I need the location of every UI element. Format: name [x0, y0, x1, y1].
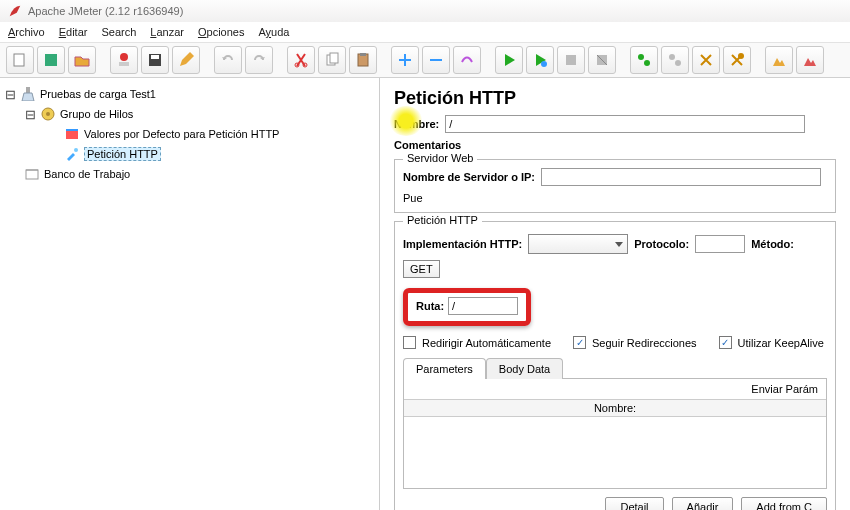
- start-no-timers-icon[interactable]: [526, 46, 554, 74]
- chevron-down-icon: [615, 242, 623, 247]
- menu-opciones[interactable]: Opciones: [198, 26, 244, 38]
- svg-rect-20: [26, 87, 30, 93]
- svg-point-19: [738, 53, 744, 59]
- open-icon[interactable]: [68, 46, 96, 74]
- menu-ayuda[interactable]: Ayuda: [258, 26, 289, 38]
- tree-workbench[interactable]: Banco de Trabajo: [4, 164, 375, 184]
- svg-point-17: [669, 54, 675, 60]
- jmeter-icon: [8, 4, 22, 18]
- remote-start-icon[interactable]: [630, 46, 658, 74]
- menubar: Archivo Editar Search Lanzar Opciones Ay…: [0, 22, 850, 42]
- servidor-web-title: Servidor Web: [403, 152, 477, 164]
- impl-combo[interactable]: [528, 234, 628, 254]
- toolbar: [0, 42, 850, 78]
- toggle-icon[interactable]: [453, 46, 481, 74]
- ruta-input[interactable]: [448, 297, 518, 315]
- servidor-label: Nombre de Servidor o IP:: [403, 171, 535, 183]
- copy-icon[interactable]: [318, 46, 346, 74]
- toggle-icon[interactable]: ⊟: [24, 107, 36, 122]
- http-request-panel: Petición HTTP Nombre: Comentarios Servid…: [380, 78, 850, 510]
- stop-icon[interactable]: [557, 46, 585, 74]
- svg-rect-23: [66, 131, 78, 139]
- cb-auto-label: Redirigir Automáticamente: [422, 337, 551, 349]
- window-title: Apache JMeter (2.12 r1636949): [28, 5, 183, 17]
- tree-http-defaults[interactable]: Valores por Defecto para Petición HTTP: [4, 124, 375, 144]
- svg-rect-9: [330, 53, 338, 63]
- svg-point-22: [46, 112, 50, 116]
- svg-point-15: [638, 54, 644, 60]
- tree-http-request[interactable]: Petición HTTP: [4, 144, 375, 164]
- parameters-area: Enviar Parám Nombre:: [403, 379, 827, 489]
- protocolo-label: Protocolo:: [634, 238, 689, 250]
- new-icon[interactable]: [6, 46, 34, 74]
- menu-editar[interactable]: Editar: [59, 26, 88, 38]
- clear-all-icon[interactable]: [723, 46, 751, 74]
- svg-point-25: [74, 148, 78, 152]
- svg-point-2: [120, 53, 128, 61]
- svg-point-16: [644, 60, 650, 66]
- impl-label: Implementación HTTP:: [403, 238, 522, 250]
- cut-icon[interactable]: [287, 46, 315, 74]
- cb-keepalive[interactable]: [719, 336, 732, 349]
- panel-title: Petición HTTP: [394, 88, 836, 109]
- metodo-value[interactable]: GET: [403, 260, 440, 278]
- svg-rect-13: [566, 55, 576, 65]
- peticion-http-group: Petición HTTP Implementación HTTP: Proto…: [394, 221, 836, 510]
- peticion-http-title: Petición HTTP: [403, 214, 482, 226]
- menu-lanzar[interactable]: Lanzar: [150, 26, 184, 38]
- svg-rect-5: [151, 55, 159, 59]
- add-button[interactable]: Añadir: [672, 497, 734, 510]
- workbench-icon: [24, 166, 40, 182]
- servidor-web-group: Servidor Web Nombre de Servidor o IP: Pu…: [394, 159, 836, 213]
- svg-rect-1: [45, 54, 57, 66]
- expand-icon[interactable]: [391, 46, 419, 74]
- cb-follow-label: Seguir Redirecciones: [592, 337, 697, 349]
- tree-threadgroup[interactable]: ⊟ Grupo de Hilos: [4, 104, 375, 124]
- servidor-input[interactable]: [541, 168, 821, 186]
- nombre-input[interactable]: [445, 115, 805, 133]
- tab-body-data[interactable]: Body Data: [486, 358, 563, 379]
- paste-icon[interactable]: [349, 46, 377, 74]
- testplan-icon: [20, 86, 36, 102]
- start-icon[interactable]: [495, 46, 523, 74]
- comentarios-label: Comentarios: [394, 139, 461, 151]
- threadgroup-icon: [40, 106, 56, 122]
- tree-testplan[interactable]: ⊟ Pruebas de carga Test1: [4, 84, 375, 104]
- svg-rect-3: [119, 62, 129, 66]
- param-col-nombre: Nombre:: [404, 399, 826, 417]
- menu-search[interactable]: Search: [101, 26, 136, 38]
- search-tree-icon[interactable]: [765, 46, 793, 74]
- metodo-label: Método:: [751, 238, 794, 250]
- svg-rect-24: [66, 129, 78, 131]
- clear-icon[interactable]: [692, 46, 720, 74]
- svg-point-18: [675, 60, 681, 66]
- menu-archivo[interactable]: Archivo: [8, 26, 45, 38]
- remote-stop-icon[interactable]: [661, 46, 689, 74]
- enviar-params-label: Enviar Parám: [404, 379, 826, 399]
- dropper-icon: [64, 146, 80, 162]
- edit-icon[interactable]: [172, 46, 200, 74]
- cb-auto-redirect[interactable]: [403, 336, 416, 349]
- defaults-icon: [64, 126, 80, 142]
- protocolo-input[interactable]: [695, 235, 745, 253]
- nombre-label: Nombre:: [394, 118, 439, 130]
- add-from-clipboard-button[interactable]: Add from C: [741, 497, 827, 510]
- collapse-icon[interactable]: [422, 46, 450, 74]
- titlebar: Apache JMeter (2.12 r1636949): [0, 0, 850, 22]
- shutdown-icon[interactable]: [588, 46, 616, 74]
- save-icon[interactable]: [141, 46, 169, 74]
- detail-button[interactable]: Detail: [605, 497, 663, 510]
- close-icon[interactable]: [110, 46, 138, 74]
- ruta-highlight: Ruta:: [403, 288, 531, 326]
- tab-parameters[interactable]: Parameters: [403, 358, 486, 379]
- undo-icon[interactable]: [214, 46, 242, 74]
- param-tabs: Parameters Body Data: [403, 357, 827, 379]
- redo-icon[interactable]: [245, 46, 273, 74]
- cb-keepalive-label: Utilizar KeepAlive: [738, 337, 824, 349]
- cb-follow-redirect[interactable]: [573, 336, 586, 349]
- function-helper-icon[interactable]: [796, 46, 824, 74]
- svg-rect-26: [26, 170, 38, 179]
- templates-icon[interactable]: [37, 46, 65, 74]
- toggle-icon[interactable]: ⊟: [4, 87, 16, 102]
- puerto-label: Pue: [403, 192, 423, 204]
